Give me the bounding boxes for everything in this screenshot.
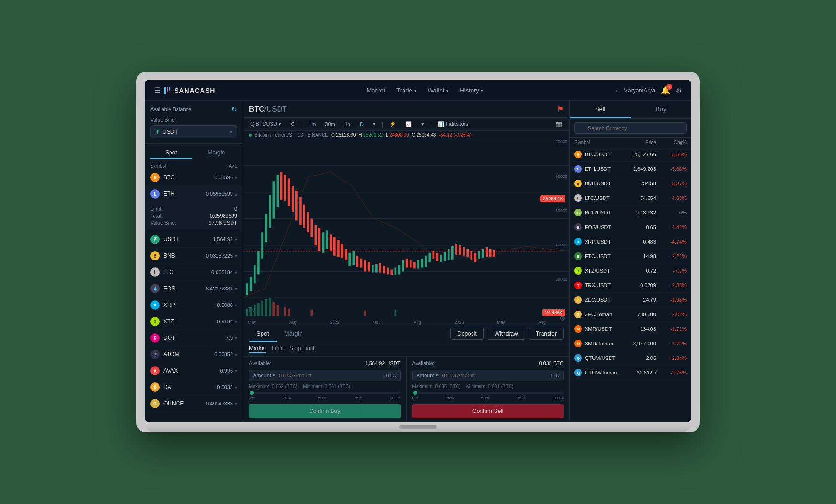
right-tabs: Sell Buy: [570, 101, 691, 119]
currency-name: USDT: [163, 129, 178, 135]
xtz-icon: ⊕: [150, 317, 160, 326]
market-row-zec-toman[interactable]: ZZEC/Toman 730,000 -2.02%: [570, 307, 691, 322]
confirm-buy-button[interactable]: Confirm Buy: [249, 404, 401, 418]
market-row-btc-usdt[interactable]: BBTC/USDT 25,127.66 -3.56%: [570, 147, 691, 162]
sell-limits: Maximum: 0.035 (BTC) Minimum: 0.001 (BTC…: [412, 384, 564, 389]
coin-item-xrp[interactable]: ✕ XRP 0.0088 ▾: [145, 297, 243, 313]
transfer-button[interactable]: Transfer: [529, 328, 564, 340]
refresh-button[interactable]: ↻: [232, 106, 237, 113]
coin-item-eth[interactable]: E ETH 0.05989599 ▴: [145, 186, 243, 202]
currency-selector[interactable]: ₮ USDT ▾: [150, 125, 237, 138]
coin-item-dot[interactable]: D DOT 7.9 ▾: [145, 330, 243, 346]
order-type-limit[interactable]: Limit: [272, 345, 284, 353]
market-row-trx-usdt[interactable]: TTRX/USDT 0.0709 -2.35%: [570, 278, 691, 293]
chart-line-btn[interactable]: 📈: [402, 120, 415, 129]
hamburger-icon[interactable]: ☰: [154, 86, 161, 95]
indicators-btn[interactable]: 📊 Indicators: [434, 120, 472, 129]
svg-rect-68: [482, 249, 484, 258]
svg-rect-60: [451, 246, 454, 260]
buy-pct-75: 75%: [354, 396, 362, 400]
market-row-xtz-usdt[interactable]: TXTZ/USDT 0.72 -7.7%: [570, 264, 691, 278]
order-types: Market Limit Stop Limit: [243, 342, 569, 357]
chart-type-btn[interactable]: ⚡: [386, 120, 399, 129]
svg-rect-18: [292, 186, 294, 212]
market-row-qtum-toman[interactable]: QQTUM/Toman 60,612.7 -2.75%: [570, 366, 691, 380]
1m-btn[interactable]: 1m: [305, 120, 319, 129]
symbol-btn[interactable]: Q BTCUSD ▾: [247, 120, 285, 129]
market-row-bch-usdt[interactable]: BBCH/USDT 118.932 0%: [570, 206, 691, 220]
market-row-etc-usdt[interactable]: EETC/USDT 14.98 -2.22%: [570, 249, 691, 264]
svg-rect-47: [402, 260, 404, 272]
etc-market-chg: -2.22%: [656, 253, 687, 259]
deposit-button[interactable]: Deposit: [450, 328, 484, 340]
chart-flag-icon[interactable]: ⚑: [557, 105, 564, 114]
coin-item-dai[interactable]: D DAI 0.0033 ▾: [145, 379, 243, 396]
add-indicator-btn[interactable]: ⊕: [287, 120, 298, 129]
coin-item-usdt[interactable]: ₮ USDT 1,564.92 ▾: [145, 231, 243, 248]
coin-item-avax[interactable]: A AVAX 0.996 ▾: [145, 363, 243, 379]
market-row-xmr-toman[interactable]: MXMR/Toman 3,947,000 -1.72%: [570, 336, 691, 351]
market-row-bnb-usdt[interactable]: BBNB/USDT 234.58 -5.37%: [570, 176, 691, 191]
coin-item-ounce[interactable]: O OUNCE 0.49147333 ▾: [145, 396, 243, 412]
x-aug2: Aug: [414, 320, 421, 325]
notification-bell[interactable]: 🔔 1: [661, 86, 670, 95]
settings-icon[interactable]: ⚙: [676, 87, 682, 94]
nav-wallet[interactable]: Wallet ▾: [428, 87, 449, 94]
value-binc-label: Value Binc: [150, 117, 237, 122]
30m-btn[interactable]: 30m: [322, 120, 338, 129]
order-type-market[interactable]: Market: [249, 345, 266, 353]
buy-slider[interactable]: [249, 392, 401, 394]
trading-tab-margin[interactable]: Margin: [277, 326, 310, 342]
btc-market-icon: B: [574, 151, 582, 158]
close-label: C 25064.48: [412, 132, 436, 137]
order-type-stop[interactable]: Stop Limit: [289, 345, 314, 353]
nav-market[interactable]: Market: [367, 87, 386, 94]
market-row-xrp-usdt[interactable]: XXRP/USDT 0.483 -4.74%: [570, 235, 691, 249]
withdraw-button[interactable]: Withdraw: [488, 328, 525, 340]
right-tab-buy[interactable]: Buy: [631, 101, 692, 118]
1d-btn[interactable]: D: [356, 120, 367, 129]
nav-trade[interactable]: Trade ▾: [396, 87, 416, 94]
coin-item-eos[interactable]: 💧 EOS 8.42372881 ▾: [145, 281, 243, 297]
search-wrap: 🔍: [574, 122, 687, 134]
screenshot-btn[interactable]: 📷: [552, 120, 565, 129]
btc-market-symbol: BTC/USDT: [585, 152, 611, 157]
market-row-ltc-usdt[interactable]: LLTC/USDT 74.054 -4.68%: [570, 191, 691, 206]
chart-more-btn[interactable]: ▾: [418, 120, 427, 129]
currency-search-input[interactable]: [574, 122, 687, 134]
coin-item-atom[interactable]: ⚛ ATOM 0.00852 ▾: [145, 346, 243, 363]
1h-btn[interactable]: 1h: [341, 120, 354, 129]
right-tab-sell[interactable]: Sell: [570, 101, 631, 118]
xrp-chevron: ▾: [235, 303, 237, 308]
coin-item-bnb[interactable]: B BNB 0.03187225 ▾: [145, 248, 243, 264]
atom-amount: 0.00852: [214, 351, 233, 357]
xmr-market-icon: M: [574, 325, 582, 333]
market-row-eos-usdt[interactable]: EEOS/USDT 0.65 -4.42%: [570, 220, 691, 235]
eos-icon: 💧: [150, 284, 160, 293]
eth-value-row: Value Binc:97.98 USDT: [150, 220, 237, 226]
nav-history[interactable]: History ▾: [460, 87, 483, 94]
xmr-toman-market-symbol: XMR/Toman: [585, 341, 613, 346]
trading-tab-spot[interactable]: Spot: [249, 326, 277, 342]
coin-item-xtz[interactable]: ⊕ XTZ 0.9184 ▾: [145, 313, 243, 330]
sidebar-tab-margin[interactable]: Margin: [196, 147, 238, 159]
xrp-market-symbol: XRP/USDT: [585, 239, 611, 244]
confirm-sell-button[interactable]: Confirm Sell: [412, 404, 564, 418]
sell-slider[interactable]: [412, 392, 564, 394]
trx-market-icon: T: [574, 282, 582, 289]
buy-amount-input[interactable]: [279, 373, 386, 378]
sidebar-tab-spot[interactable]: Spot: [150, 147, 192, 159]
sell-amount-input[interactable]: [442, 373, 549, 378]
market-row-zec-usdt[interactable]: ZZEC/USDT 24.79 -1.98%: [570, 293, 691, 307]
market-row-eth-usdt[interactable]: EETH/USDT 1,649.203 -5.66%: [570, 162, 691, 176]
qtum-toman-market-price: 60,612.7: [617, 370, 657, 375]
chart-settings-icon[interactable]: ⚙: [559, 314, 565, 322]
zec-market-chg: -1.98%: [656, 297, 687, 303]
market-row-qtum-usdt[interactable]: QQTUM/USDT 2.06 -2.84%: [570, 351, 691, 366]
market-row-xmr-usdt[interactable]: MXMR/USDT 134.03 -1.71%: [570, 322, 691, 336]
coin-item-btc[interactable]: B BTC 0.03596 ▾: [145, 169, 243, 186]
coin-item-ltc[interactable]: L LTC 0.000184 ▾: [145, 264, 243, 281]
timeframe-more-btn[interactable]: ▾: [370, 120, 379, 129]
sell-slider-thumb[interactable]: [412, 390, 418, 396]
buy-slider-thumb[interactable]: [249, 390, 255, 396]
